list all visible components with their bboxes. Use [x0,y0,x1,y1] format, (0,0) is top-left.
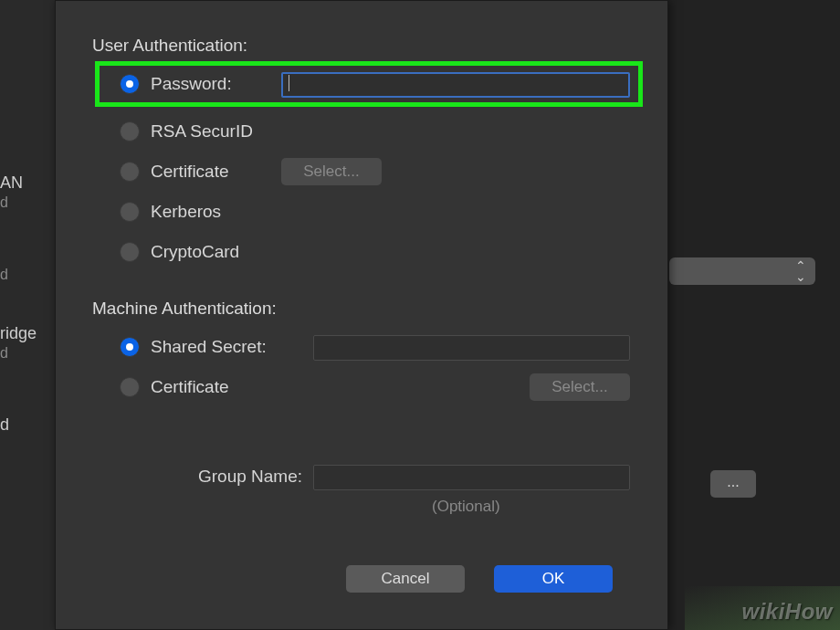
cancel-button[interactable]: Cancel [346,565,465,593]
radio-label: Shared Secret: [151,337,267,357]
sidebar-item: ridge d [0,324,55,362]
group-name-label: Group Name: [156,467,302,487]
user-auth-title: User Authentication: [92,36,247,56]
password-input[interactable] [281,72,630,98]
radio-label: Certificate [151,377,229,397]
radio-label: Kerberos [151,202,221,222]
radio-kerberos[interactable] [120,202,140,222]
button-label: Select... [551,378,607,396]
background-more-button[interactable]: ... [710,470,756,498]
radio-row-shared-secret[interactable]: Shared Secret: [120,337,267,357]
radio-cryptocard[interactable] [120,242,140,262]
sidebar-item: d [0,415,55,435]
background-dropdown[interactable]: ⌃⌄ [669,257,815,285]
button-label: Select... [303,163,359,181]
text-cursor-icon [289,75,289,91]
sidebar-item-sub: d [0,194,55,211]
radio-row-password[interactable]: Password: [120,74,232,94]
radio-password[interactable] [120,74,140,94]
sidebar-item-label: AN [0,173,55,193]
shared-secret-input[interactable] [313,335,630,361]
radio-row-rsa[interactable]: RSA SecurID [120,121,253,142]
radio-machine-cert[interactable] [120,377,140,397]
auth-dialog: User Authentication: Password: RSA Secur… [55,0,668,630]
radio-rsa[interactable] [120,121,140,142]
sidebar-item: d [0,265,55,283]
radio-row-cryptocard[interactable]: CryptoCard [120,242,239,262]
machine-cert-select-button[interactable]: Select... [530,373,630,401]
machine-auth-title: Machine Authentication: [92,299,277,319]
chevron-updown-icon: ⌃⌄ [795,260,806,282]
radio-label: Password: [151,74,232,94]
sidebar-item-label: d [0,415,55,435]
watermark: wikiHow [741,599,833,625]
user-cert-select-button[interactable]: Select... [281,158,382,185]
radio-label: Certificate [151,162,229,182]
sidebar-item-sub: d [0,345,55,362]
group-name-hint: (Optional) [432,498,500,516]
ok-button[interactable]: OK [494,565,613,593]
sidebar-item-sub: d [0,267,55,283]
sidebar-item-label: ridge [0,324,55,343]
radio-row-machine-cert[interactable]: Certificate [120,377,229,397]
radio-label: CryptoCard [151,242,239,262]
radio-shared-secret[interactable] [120,337,140,357]
group-name-input[interactable] [313,465,630,490]
radio-label: RSA SecurID [151,121,253,142]
button-label: Cancel [382,570,430,588]
button-label: OK [542,570,565,588]
radio-user-cert[interactable] [120,162,140,182]
background-sidebar: AN d d ridge d d [0,0,55,630]
sidebar-item: AN d [0,173,55,211]
radio-row-kerberos[interactable]: Kerberos [120,202,221,222]
radio-row-user-cert[interactable]: Certificate [120,162,229,182]
